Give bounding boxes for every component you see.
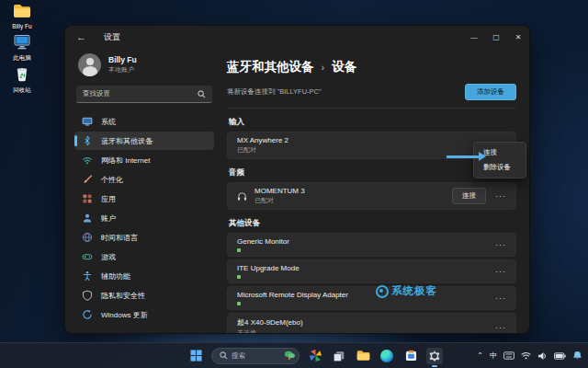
- folder-icon: [13, 4, 31, 22]
- breadcrumb-separator: ›: [322, 62, 325, 73]
- more-options-button[interactable]: ···: [495, 324, 506, 332]
- watermark-text: 系统极客: [391, 284, 437, 298]
- brush-icon: [82, 174, 93, 185]
- add-device-button[interactable]: 添加设备: [465, 84, 516, 100]
- breadcrumb-current: 设备: [332, 59, 356, 75]
- watermark: 系统极客: [376, 284, 437, 298]
- settings-sidebar: Billy Fu 本地账户 查找设置 系统 蓝牙和其他设备 网络和 Intern…: [65, 48, 221, 333]
- desktop-icon-this-pc[interactable]: 此电脑: [2, 33, 42, 62]
- device-row-momentum-3[interactable]: MOMENTUM 3 已配对 连接 ···: [227, 182, 516, 210]
- this-pc-icon: [13, 34, 31, 53]
- add-device-text: 将新设备连接到 "BILLYFU-PC": [227, 87, 322, 97]
- desktop-icon-recycle-bin[interactable]: 回收站: [2, 64, 42, 94]
- taskbar-app-settings[interactable]: [426, 348, 443, 364]
- sidebar-item-accessibility[interactable]: 辅助功能: [74, 267, 214, 285]
- user-account-type: 本地账户: [108, 65, 137, 75]
- system-tray: ⌃ 中: [477, 343, 582, 368]
- device-status-dot: [237, 302, 241, 305]
- taskbar-app-store[interactable]: [402, 348, 419, 364]
- task-view-button[interactable]: [331, 348, 347, 364]
- sidebar-item-accounts[interactable]: 账户: [74, 209, 214, 227]
- desktop-icon-user-folder[interactable]: Billy Fu: [2, 3, 42, 30]
- minimize-button[interactable]: —: [463, 26, 485, 48]
- touch-keyboard-icon[interactable]: [503, 351, 514, 360]
- user-account[interactable]: Billy Fu 本地账户: [78, 53, 214, 76]
- sidebar-item-network[interactable]: 网络和 Internet: [74, 151, 214, 169]
- gamepad-icon: [82, 251, 93, 262]
- device-name: MOMENTUM 3: [254, 187, 305, 195]
- device-row-tv[interactable]: 超4 X40-9DeM(ebo) 未连接 ···: [227, 313, 516, 334]
- back-button[interactable]: ←: [76, 31, 95, 42]
- notification-bell-icon[interactable]: [572, 351, 582, 361]
- more-options-button[interactable]: ···: [495, 294, 506, 303]
- sidebar-item-gaming[interactable]: 游戏: [74, 247, 214, 266]
- desktop-icon-label: Billy Fu: [12, 23, 31, 29]
- apps-icon: [82, 193, 93, 204]
- globe-clock-icon: [82, 232, 93, 243]
- desktop-icon-list: Billy Fu 此电脑 回收站: [2, 3, 42, 94]
- file-explorer-icon: [356, 350, 370, 362]
- tray-wifi-icon[interactable]: [521, 351, 531, 360]
- gear-icon: [428, 350, 441, 362]
- file-explorer-button[interactable]: [355, 348, 371, 364]
- sidebar-item-apps[interactable]: 应用: [74, 190, 214, 208]
- edge-icon: [380, 350, 393, 362]
- tray-battery-icon[interactable]: [554, 352, 566, 360]
- section-other-devices-header: 其他设备: [229, 218, 516, 229]
- device-name: MX Anywhere 2: [237, 136, 288, 144]
- search-placeholder: 查找设置: [83, 89, 110, 98]
- device-name: Generic Monitor: [237, 237, 289, 246]
- sidebar-item-bluetooth-devices[interactable]: 蓝牙和其他设备: [74, 132, 214, 150]
- settings-search-input[interactable]: 查找设置: [76, 86, 212, 103]
- wifi-icon: [82, 155, 93, 166]
- watermark-logo-icon: [376, 285, 389, 298]
- device-status: 已配对: [254, 196, 305, 205]
- more-options-button[interactable]: ···: [495, 241, 506, 249]
- context-menu-remove-device[interactable]: 删除设备: [477, 160, 523, 175]
- system-icon: [82, 116, 93, 127]
- sidebar-item-privacy[interactable]: 隐私和安全性: [74, 286, 214, 305]
- more-options-button[interactable]: ···: [495, 268, 506, 276]
- more-options-button[interactable]: ···: [495, 192, 506, 201]
- taskbar-search-placeholder: 搜索: [232, 351, 245, 361]
- device-name: 超4 X40-9DeM(ebo): [237, 317, 303, 328]
- desktop-icon-label: 回收站: [13, 86, 31, 93]
- sidebar-item-system[interactable]: 系统: [74, 112, 214, 131]
- start-button[interactable]: [187, 348, 204, 364]
- sidebar-item-time-language[interactable]: 时间和语言: [74, 228, 214, 247]
- ime-indicator[interactable]: 中: [490, 351, 497, 361]
- edge-browser-button[interactable]: [379, 348, 395, 364]
- device-name: ITE Upgrade Mode: [237, 264, 300, 272]
- device-row-generic-monitor[interactable]: Generic Monitor ···: [227, 233, 516, 257]
- close-button[interactable]: ✕: [507, 26, 529, 48]
- maximize-button[interactable]: ▢: [485, 26, 507, 48]
- search-icon: [220, 351, 228, 360]
- task-view-icon: [333, 350, 345, 362]
- window-controls: — ▢ ✕: [463, 26, 529, 48]
- tray-overflow-chevron[interactable]: ⌃: [477, 351, 483, 360]
- titlebar: ← 设置 — ▢ ✕: [65, 26, 529, 48]
- sidebar-nav: 系统 蓝牙和其他设备 网络和 Internet 个性化 应用 账户: [74, 112, 214, 324]
- taskbar-app-photos[interactable]: [307, 348, 323, 364]
- device-row-ms-remote-display-adapter[interactable]: Microsoft Remote Display Adapter ···: [227, 286, 516, 310]
- device-row-ite-upgrade-mode[interactable]: ITE Upgrade Mode ···: [227, 259, 516, 283]
- device-status: 未连接: [237, 328, 303, 334]
- window-title: 设置: [104, 31, 120, 43]
- tray-volume-icon[interactable]: [537, 351, 548, 361]
- pinwheel-icon: [309, 349, 322, 362]
- taskbar: 搜索 ⌃ 中: [0, 342, 588, 368]
- add-device-banner: 将新设备连接到 "BILLYFU-PC" 添加设备: [227, 84, 516, 109]
- sidebar-item-windows-update[interactable]: Windows 更新: [74, 305, 214, 324]
- bluetooth-icon: [82, 135, 93, 146]
- device-status: 已配对: [237, 145, 288, 155]
- connect-button[interactable]: 连接: [452, 188, 486, 204]
- annotation-arrow: [447, 155, 480, 158]
- device-status-dot: [237, 248, 241, 252]
- sidebar-item-personalization[interactable]: 个性化: [74, 170, 214, 189]
- taskbar-search-input[interactable]: 搜索: [211, 348, 300, 364]
- breadcrumb-parent[interactable]: 蓝牙和其他设备: [227, 59, 314, 75]
- accessibility-icon: [82, 270, 93, 282]
- section-input-header: 输入: [229, 117, 516, 128]
- headphones-icon: [237, 191, 247, 201]
- device-status-dot: [237, 275, 241, 279]
